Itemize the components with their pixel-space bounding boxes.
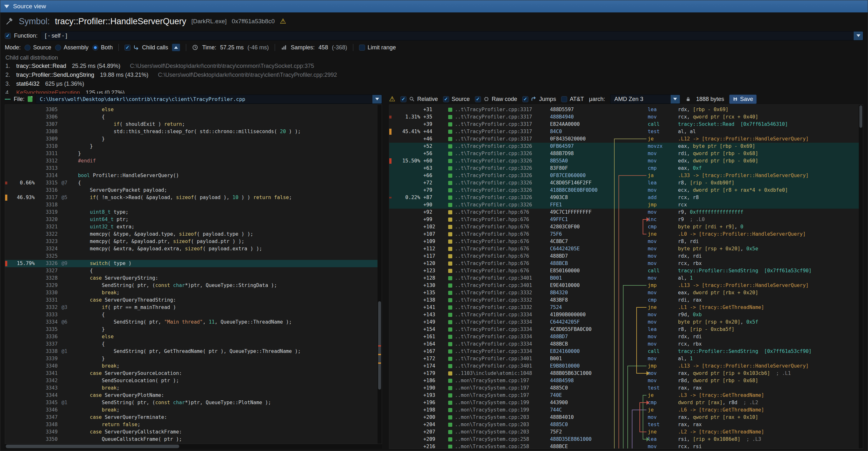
asm-source-location[interactable]: ..t\TracyProfiler.cpp:3334 <box>448 333 550 340</box>
asm-source-location[interactable]: ..t\TracyProfiler.hpp:676 <box>448 260 550 267</box>
asm-source-location[interactable]: ..t\TracyProfiler.cpp:3317 <box>448 113 550 121</box>
file-combo[interactable]: C:\Users\wolf\Desktop\darkrl\contrib\tra… <box>36 95 382 104</box>
asm-instruction-row[interactable]: +172..t\TracyProfiler.cpp:3401B001moval,… <box>389 355 859 362</box>
asm-instruction-row[interactable]: +52..t\TracyProfiler.cpp:33260FB64597mov… <box>389 143 859 150</box>
jumps-checkbox[interactable]: ✓ <box>522 96 528 102</box>
child-call-entry[interactable]: 1.tracy::Socket::Read25.25 ms (54.89%)C:… <box>5 61 863 70</box>
asm-vertical-scrollbar[interactable] <box>859 105 863 448</box>
asm-instruction-row[interactable]: +63..t\TracyProfiler.cpp:332683F80Fcmpea… <box>389 165 859 172</box>
source-line[interactable]: 3349 case ServerQueryCallstackFrame: <box>5 428 377 436</box>
source-line[interactable]: 3306 { <box>5 113 377 121</box>
source-line[interactable]: 3340 break; <box>5 362 377 370</box>
asm-source-location[interactable]: ..t\TracyProfiler.hpp:676 <box>448 267 550 275</box>
asm-source-location[interactable]: ..t\TracyProfiler.hpp:676 <box>448 231 550 238</box>
asm-source-location[interactable]: ..t\TracyProfiler.cpp:3332 <box>448 304 550 311</box>
asm-source-location[interactable]: ..mon\TracySystem.cpp:258 <box>448 443 550 448</box>
asm-instruction-row[interactable]: +167..t\TracyProfiler.cpp:3334E824160000… <box>389 348 859 355</box>
source-checkbox[interactable]: ✓ <box>443 96 449 102</box>
asm-instruction-row[interactable]: +72..t\TracyProfiler.cpp:33264C8D05F146F… <box>389 179 859 187</box>
source-line[interactable]: 3314bool Profiler::HandleServerQuery() <box>5 172 377 179</box>
asm-source-location[interactable]: ..t\TracyProfiler.cpp:3334 <box>448 319 550 326</box>
save-button[interactable]: Save <box>729 95 756 104</box>
asm-instruction-row[interactable]: +92..t\TracyProfiler.hpp:67649C7C1FFFFFF… <box>389 209 859 216</box>
asm-instruction-row[interactable]: +109..t\TracyProfiler.hpp:6764C8BC7movr8… <box>389 238 859 245</box>
asm-source-location[interactable]: ..t\TracyProfiler.cpp:3326 <box>448 201 550 209</box>
asm-source-location[interactable]: ..t\TracyProfiler.cpp:3332 <box>448 297 550 304</box>
source-line[interactable]: 3339 } <box>5 355 377 362</box>
source-line[interactable]: 3334@6 SendString( ptr, "Main thread", 1… <box>5 319 377 326</box>
asm-instruction-row[interactable]: +209..mon\TracySystem.cpp:258488D35E8861… <box>389 436 859 443</box>
source-line[interactable]: 3320 uint64_t ptr; <box>5 216 377 223</box>
jumps-toggle[interactable]: ✓ Jumps <box>522 96 556 102</box>
asm-instruction-row[interactable]: +123..t\TracyProfiler.hpp:676E850160000c… <box>389 267 859 275</box>
asm-source-location[interactable]: ..t\TracyProfiler.cpp:3401 <box>448 355 550 362</box>
asm-instruction-row[interactable]: +135..t\TracyProfiler.cpp:33328B4320move… <box>389 289 859 297</box>
collapse-icon[interactable] <box>4 5 9 8</box>
uarch-combo-arrow[interactable] <box>671 95 680 103</box>
asm-source-location[interactable]: ..t\TracyProfiler.cpp:3332 <box>448 289 550 297</box>
source-line[interactable]: 3324 memcpy( &extra, &payload.extra, siz… <box>5 245 377 252</box>
source-line[interactable]: 3323 memcpy( &ptr, &payload.ptr, sizeof(… <box>5 238 377 245</box>
asm-source-location[interactable]: ..t\TracyProfiler.hpp:676 <box>448 238 550 245</box>
asm-instruction-row[interactable]: +174..t\TracyProfiler.cpp:3401E9B8010000… <box>389 362 859 370</box>
asm-instruction-row[interactable]: +138..t\TracyProfiler.cpp:3332483BF8cmpr… <box>389 297 859 304</box>
asm-source-location[interactable]: ..t\TracyProfiler.cpp:3401 <box>448 362 550 370</box>
asm-instruction-row[interactable]: +179..1103\include\atomic:1048488B05B63C… <box>389 370 859 377</box>
asm-instruction-row[interactable]: +164..t\TracyProfiler.cpp:3334488BCBmovr… <box>389 340 859 348</box>
child-call-entry[interactable]: 3.stat64i32625 μs (1.36%) <box>5 79 863 88</box>
asm-source-location[interactable]: ..t\TracyProfiler.hpp:676 <box>448 223 550 231</box>
source-line[interactable]: 3312#endif <box>5 157 377 165</box>
source-line[interactable]: 3305 else <box>5 106 377 113</box>
asm-source-location[interactable]: ..t\TracyProfiler.cpp:3326 <box>448 194 550 201</box>
asm-source-location[interactable]: ..t\TracyProfiler.hpp:676 <box>448 245 550 252</box>
source-line[interactable]: 3318 <box>5 201 377 209</box>
asm-source-location[interactable]: ..mon\TracySystem.cpp:197 <box>448 385 550 392</box>
asm-instruction-row[interactable]: +39..t\TracyProfiler.cpp:3317E824AA0000c… <box>389 121 859 128</box>
att-checkbox[interactable] <box>561 96 567 102</box>
source-line[interactable]: 3330 break; <box>5 289 377 297</box>
source-line[interactable]: 3336 else <box>5 333 377 340</box>
asm-source-location[interactable]: ..t\TracyProfiler.cpp:3334 <box>448 340 550 348</box>
child-call-entry[interactable]: 4.KeSynchronizeExecution125 μs (0.27%) <box>5 88 863 94</box>
child-calls-checkbox[interactable]: ✓ <box>124 44 130 51</box>
source-line[interactable]: 3329 SendString( ptr, (const char*)ptr, … <box>5 282 377 289</box>
asm-instruction-row[interactable]: +161..t\TracyProfiler.cpp:3334488BD7movr… <box>389 333 859 340</box>
source-line[interactable]: 3322 memcpy( &type, &payload.type, sizeo… <box>5 231 377 238</box>
source-line[interactable]: 15.79%3326@9 switch( type ) <box>5 260 377 267</box>
asm-instruction-row[interactable]: 45.41%+44..t\TracyProfiler.cpp:331784C0t… <box>389 128 859 136</box>
asm-instruction-row[interactable]: +117..t\TracyProfiler.hpp:676488BD7movrd… <box>389 252 859 260</box>
function-checkbox[interactable]: ✓ <box>5 33 11 39</box>
propagate-up-button[interactable] <box>172 43 180 51</box>
asm-source-location[interactable]: ..t\TracyProfiler.cpp:3326 <box>448 143 550 150</box>
asm-source-location[interactable]: ..t\TracyProfiler.cpp:3334 <box>448 311 550 319</box>
asm-instruction-row[interactable]: +204..mon\TracySystem.cpp:2034885C0testr… <box>389 421 859 428</box>
asm-instruction-row[interactable]: +102..t\TracyProfiler.hpp:67642803C0F00c… <box>389 223 859 231</box>
source-line[interactable]: 3343 break; <box>5 385 377 392</box>
asm-instruction-row[interactable]: +143..t\TracyProfiler.cpp:333441B90B0000… <box>389 311 859 319</box>
asm-source-location[interactable]: ..t\TracyProfiler.cpp:3317 <box>448 128 550 136</box>
asm-source-location[interactable]: ..t\TracyProfiler.cpp:3334 <box>448 348 550 355</box>
asm-source-location[interactable]: ..mon\TracySystem.cpp:258 <box>448 436 550 443</box>
raw-code-checkbox[interactable]: ✓ <box>475 96 481 102</box>
source-line[interactable]: 3341 case ServerQuerySourceLocation: <box>5 370 377 377</box>
asm-source-location[interactable]: ..t\TracyProfiler.cpp:3401 <box>448 275 550 282</box>
source-line[interactable]: 3338@1 SendString( ptr, GetThreadName( p… <box>5 348 377 355</box>
asm-source-location[interactable]: ..t\TracyProfiler.hpp:676 <box>448 209 550 216</box>
asm-instruction-row[interactable]: +56..t\TracyProfiler.cpp:3326488B7D98mov… <box>389 150 859 157</box>
asm-instruction-row[interactable]: +207..mon\TracySystem.cpp:20375F2jne.L2 … <box>389 428 859 436</box>
source-line[interactable]: 3348 return false; <box>5 421 377 428</box>
source-line[interactable]: 3345@1 SendString( ptr, (const char*)ptr… <box>5 399 377 407</box>
asm-source-location[interactable]: ..1103\include\atomic:1048 <box>448 370 550 377</box>
asm-instruction-row[interactable]: 15.50%+60..t\TracyProfiler.cpp:33268B55A… <box>389 157 859 165</box>
asm-source-location[interactable]: ..mon\TracySystem.cpp:199 <box>448 399 550 407</box>
uarch-combo[interactable]: AMD Zen 3 <box>610 95 680 104</box>
source-line[interactable]: 3313 <box>5 165 377 172</box>
asm-instruction-row[interactable]: 0.22%+87..t\TracyProfiler.cpp:33264903C8… <box>389 194 859 201</box>
mode-radio-assembly[interactable]: Assembly <box>55 44 89 51</box>
asm-source-location[interactable]: ..t\TracyProfiler.cpp:3326 <box>448 165 550 172</box>
asm-instruction-row[interactable]: +141..t\TracyProfiler.cpp:33327524jne.L1… <box>389 304 859 311</box>
source-line[interactable]: 3332@3 if( ptr == m_mainThread ) <box>5 304 377 311</box>
source-line[interactable]: 3310 } <box>5 143 377 150</box>
source-line[interactable]: 3321 uint32_t extra; <box>5 223 377 231</box>
asm-instruction-row[interactable]: +216..mon\TracySystem.cpp:258488BCEmovrc… <box>389 443 859 448</box>
